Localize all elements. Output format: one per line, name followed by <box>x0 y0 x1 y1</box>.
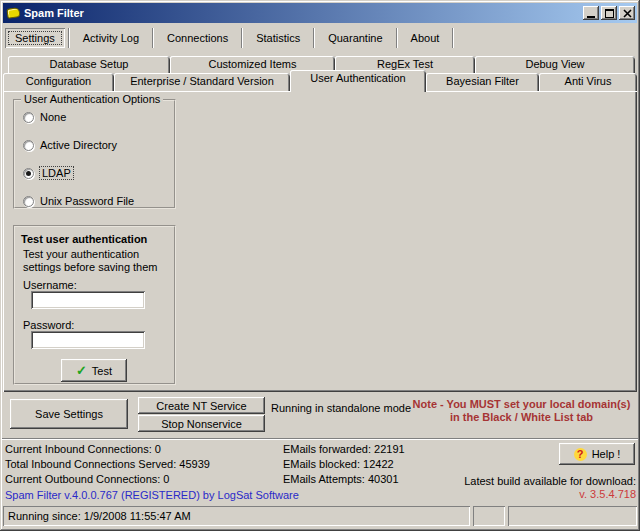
latest-build-label: Latest build available for download: <box>336 475 636 487</box>
titlebar: Spam Filter <box>3 3 637 23</box>
statusbar-panel-3 <box>508 506 637 526</box>
separator <box>396 28 398 48</box>
tab-activity-log[interactable]: Activity Log <box>73 28 149 48</box>
radio-active-directory-circle[interactable] <box>23 140 34 151</box>
radio-ldap-label: LDAP <box>40 167 73 179</box>
stat-emails-blocked: EMails blocked: 12422 <box>283 458 394 470</box>
save-settings-button[interactable]: Save Settings <box>10 399 128 429</box>
auth-options-title: User Authentication Options <box>21 93 163 105</box>
standalone-mode-text: Running in standalone mode <box>271 402 411 414</box>
radio-none-label: None <box>40 111 66 123</box>
tab-statistics[interactable]: Statistics <box>246 28 310 48</box>
radio-unix-password-file-circle[interactable] <box>23 196 34 207</box>
tab-anti-virus[interactable]: Anti Virus <box>539 73 637 91</box>
maximize-icon <box>605 9 614 18</box>
close-icon <box>623 9 632 18</box>
main-tab-bar: Settings Activity Log Connections Statis… <box>5 26 457 50</box>
radio-none-circle[interactable] <box>23 112 34 123</box>
radio-ldap[interactable]: LDAP <box>23 167 73 179</box>
radio-active-directory[interactable]: Active Directory <box>23 139 117 151</box>
radio-active-directory-label: Active Directory <box>40 139 117 151</box>
help-button[interactable]: ? Help ! <box>559 443 635 465</box>
stat-current-inbound: Current Inbound Connections: 0 <box>5 443 161 455</box>
radio-unix-password-file[interactable]: Unix Password File <box>23 195 134 207</box>
close-button[interactable] <box>619 6 635 20</box>
latest-build-version: v. 3.5.4.718 <box>436 488 636 500</box>
auth-options-groupbox: User Authentication Options None Active … <box>13 99 176 209</box>
tab-settings[interactable]: Settings <box>5 28 65 48</box>
tab-configuration[interactable]: Configuration <box>3 73 114 91</box>
statusbar-panel-2 <box>473 506 505 526</box>
tab-enterprise-standard-version[interactable]: Enterprise / Standard Version <box>114 73 290 91</box>
tab-about[interactable]: About <box>401 28 450 48</box>
test-auth-groupbox: Test user authentication Test your authe… <box>13 225 176 385</box>
registered-text: Spam Filter v.4.0.0.767 (REGISTERED) by … <box>5 489 299 501</box>
tab-connections[interactable]: Connections <box>157 28 238 48</box>
tab-bayesian-filter[interactable]: Bayesian Filter <box>426 73 539 91</box>
stat-current-outbound: Current Outbound Connections: 0 <box>5 473 170 485</box>
statusbar-running-since: Running since: 1/9/2008 11:55:47 AM <box>3 506 470 526</box>
radio-ldap-circle[interactable] <box>23 168 34 179</box>
spam-filter-window: Spam Filter Settings Activity Log Connec… <box>0 0 640 531</box>
help-button-label: Help ! <box>592 448 621 460</box>
tab-database-setup[interactable]: Database Setup <box>8 56 170 73</box>
maximize-button[interactable] <box>601 6 617 20</box>
create-nt-service-label: Create NT Service <box>156 400 246 412</box>
separator <box>68 28 70 48</box>
separator <box>313 28 315 48</box>
tab-quarantine[interactable]: Quarantine <box>318 28 392 48</box>
test-auth-button-label: Test <box>92 365 112 377</box>
test-auth-title: Test user authentication <box>21 233 147 245</box>
stop-nonservice-button[interactable]: Stop Nonservice <box>138 415 265 432</box>
user-authentication-page: User Authentication Options None Active … <box>3 91 637 392</box>
radio-unix-password-file-label: Unix Password File <box>40 195 134 207</box>
test-auth-button[interactable]: ✓ Test <box>61 359 127 382</box>
minimize-icon <box>587 16 595 18</box>
password-input[interactable] <box>31 331 145 349</box>
black-white-list-note: Note - You MUST set your local domain(s)… <box>408 398 635 424</box>
help-icon: ? <box>574 448 587 461</box>
username-input[interactable] <box>31 291 145 309</box>
tab-user-authentication[interactable]: User Authentication <box>290 70 426 92</box>
username-label: Username: <box>23 279 77 291</box>
create-nt-service-button[interactable]: Create NT Service <box>138 397 265 414</box>
test-auth-description: Test your authentication settings before… <box>23 248 165 274</box>
check-icon: ✓ <box>76 365 87 376</box>
stop-nonservice-label: Stop Nonservice <box>161 418 242 430</box>
divider <box>2 438 638 440</box>
separator <box>152 28 154 48</box>
stat-total-inbound: Total Inbound Connections Served: 45939 <box>5 458 210 470</box>
save-settings-label: Save Settings <box>35 408 103 420</box>
app-icon <box>6 7 20 19</box>
window-title: Spam Filter <box>24 7 581 19</box>
separator <box>452 28 454 48</box>
separator <box>241 28 243 48</box>
radio-none[interactable]: None <box>23 111 66 123</box>
stat-emails-forwarded: EMails forwarded: 22191 <box>283 443 405 455</box>
tab-debug-view[interactable]: Debug View <box>475 56 635 73</box>
password-label: Password: <box>23 319 74 331</box>
minimize-button[interactable] <box>583 6 599 20</box>
